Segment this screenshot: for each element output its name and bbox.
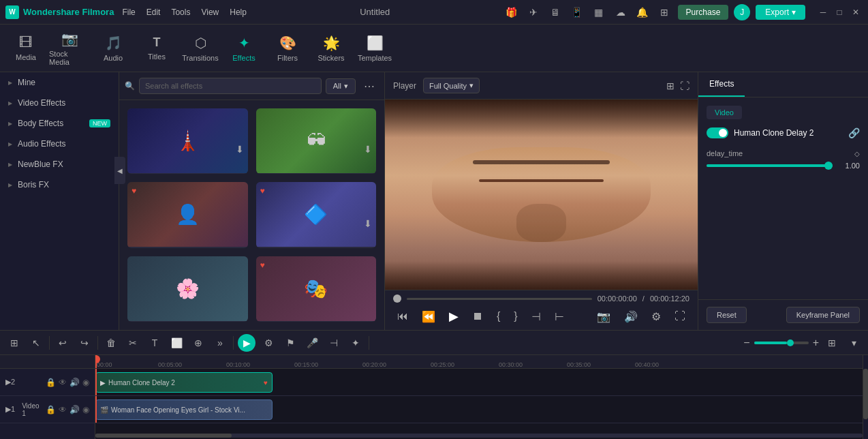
toolbar-templates[interactable]: ⬜ Templates [354, 28, 395, 69]
rect-button[interactable]: ⬜ [168, 334, 185, 352]
apps-icon[interactable]: ⊞ [656, 4, 672, 20]
toolbar-stock-media[interactable]: 📷 Stock Media [49, 28, 90, 69]
mobile-icon[interactable]: 📱 [569, 4, 585, 20]
slider-thumb[interactable] [824, 162, 833, 170]
more-options-button[interactable]: ⋯ [360, 78, 379, 94]
user-avatar[interactable]: J [734, 4, 750, 20]
track-2-eye-icon[interactable]: 👁 [59, 378, 67, 387]
quality-select[interactable]: Full Quality ▾ [423, 78, 480, 93]
step-back-button[interactable]: ⏪ [418, 308, 439, 325]
ai-button[interactable]: ✦ [347, 334, 365, 352]
horizontal-scrollbar[interactable] [95, 434, 863, 438]
link-icon[interactable]: 🔗 [848, 127, 860, 138]
split-button[interactable]: ⊣ [325, 334, 343, 352]
redo-button[interactable]: ↪ [76, 334, 93, 352]
mark-in-button[interactable]: ⊣ [527, 308, 545, 325]
out-point-button[interactable]: } [510, 308, 521, 324]
select-tool[interactable]: ↖ [27, 334, 45, 352]
cloud-icon[interactable]: ☁ [613, 4, 629, 20]
effect-card-round-close[interactable]: 🗼 ⬇ Round Close [127, 108, 248, 174]
export-frame-button[interactable]: 📷 [593, 308, 615, 325]
play-cursor-button[interactable]: ▶ [238, 334, 255, 352]
menu-help[interactable]: Help [230, 7, 247, 17]
purchase-button[interactable]: Purchase [678, 5, 729, 20]
track-2-visible-icon[interactable]: ◉ [82, 378, 89, 387]
timeline-track[interactable] [407, 298, 592, 300]
close-button[interactable]: ✕ [849, 5, 863, 19]
volume-button[interactable]: 🔊 [620, 308, 642, 325]
bell-icon[interactable]: 🔔 [634, 4, 651, 20]
effect-card-partial2[interactable]: 🎭 ♥ [256, 256, 377, 322]
delete-button[interactable]: 🗑 [102, 334, 120, 352]
panel-item-newblue-fx[interactable]: ▶ NewBlue FX [0, 154, 119, 175]
video-clip-face[interactable]: 🎬 Woman Face Opening Eyes Girl - Stock V… [95, 399, 273, 420]
zoom-thumb[interactable] [787, 339, 794, 346]
crop-button[interactable]: ⊕ [189, 334, 207, 352]
toolbar-audio[interactable]: 🎵 Audio [93, 28, 134, 69]
mark-out-button[interactable]: ⊢ [551, 308, 568, 325]
effect-card-partial1[interactable]: 🌸 [127, 256, 248, 322]
zoom-out-button[interactable]: − [743, 337, 749, 349]
maximize-button[interactable]: □ [833, 5, 846, 19]
undo-button[interactable]: ↩ [54, 334, 72, 352]
toolbar-media[interactable]: 🎞 Media [5, 28, 46, 69]
flag-button[interactable]: ⚑ [281, 334, 299, 352]
download-icon-3[interactable]: ⬇ [364, 218, 372, 229]
mic-button[interactable]: 🎤 [303, 334, 321, 352]
effect-toggle[interactable] [707, 127, 728, 138]
track-1-eye-icon[interactable]: 👁 [59, 405, 67, 414]
right-tab-effects[interactable]: Effects [698, 72, 745, 97]
settings-button[interactable]: ⚙ [647, 308, 665, 325]
toolbar-stickers[interactable]: 🌟 Stickers [311, 28, 352, 69]
fullscreen-ctrl-button[interactable]: ⛶ [670, 308, 689, 324]
add-track-button[interactable]: ⊞ [5, 334, 23, 352]
filter-all-button[interactable]: All ▾ [326, 78, 356, 94]
gift-icon[interactable]: 🎁 [503, 4, 520, 20]
toolbar-filters[interactable]: 🎨 Filters [267, 28, 308, 69]
download-icon-2[interactable]: ⬇ [364, 144, 372, 155]
play-button[interactable]: ▶ [445, 307, 463, 326]
keyframe-panel-button[interactable]: Keyframe Panel [786, 307, 860, 323]
zoom-track[interactable] [754, 342, 809, 344]
vertical-scrollbar[interactable] [863, 355, 868, 439]
panel-item-boris-fx[interactable]: ▶ Boris FX [0, 175, 119, 195]
v-scrollbar-thumb[interactable] [863, 369, 868, 419]
panel-item-video-effects[interactable]: ▶ Video Effects [0, 93, 119, 113]
track-1-visible-icon[interactable]: ◉ [82, 405, 89, 414]
menu-view[interactable]: View [201, 7, 219, 17]
panel-item-audio-effects[interactable]: ▶ Audio Effects [0, 134, 119, 154]
prev-frame-button[interactable]: ⏮ [393, 308, 412, 324]
keyframe-diamond-icon[interactable]: ◇ [854, 150, 860, 157]
download-icon[interactable]: ⬇ [236, 144, 244, 155]
menu-file[interactable]: File [122, 7, 135, 17]
right-sub-tab-video[interactable]: Video [707, 106, 742, 119]
track-1-lock-icon[interactable]: 🔒 [46, 405, 56, 414]
track-2-audio-icon[interactable]: 🔊 [69, 378, 80, 387]
track-2-lock-icon[interactable]: 🔒 [46, 378, 56, 387]
panel-item-body-effects[interactable]: ▶ Body Effects NEW [0, 113, 119, 134]
effect-card-human-clone[interactable]: 👤 ♥ Human Clone Delay 2 [127, 182, 248, 247]
toolbar-effects[interactable]: ✦ Effects [223, 28, 264, 69]
screen-icon[interactable]: 🖥 [547, 4, 563, 20]
toolbar-transitions[interactable]: ⬡ Transitions [180, 28, 221, 69]
effect-card-sunglasses[interactable]: 🕶 ⬇ Sunglasses [256, 108, 377, 174]
reset-button[interactable]: Reset [707, 307, 747, 323]
cut-button[interactable]: ✂ [124, 334, 142, 352]
toolbar-titles[interactable]: T Titles [136, 28, 177, 69]
layout-button[interactable]: ⊞ [823, 334, 841, 352]
menu-edit[interactable]: Edit [146, 7, 161, 17]
zoom-in-button[interactable]: + [813, 337, 819, 349]
panel-collapse-button[interactable]: ◀ [114, 157, 119, 184]
minimize-button[interactable]: ─ [816, 5, 830, 19]
delay-time-slider[interactable] [707, 164, 833, 167]
menu-tools[interactable]: Tools [171, 7, 190, 17]
layout-options-button[interactable]: ▾ [845, 334, 863, 352]
stop-button[interactable]: ⏹ [468, 308, 487, 324]
gear-tool-button[interactable]: ⚙ [260, 334, 277, 352]
in-point-button[interactable]: { [493, 308, 504, 324]
effect-clip-human-clone[interactable]: ▶ Human Clone Delay 2 ♥ [95, 372, 273, 393]
more-tools-button[interactable]: » [211, 334, 229, 352]
scrollbar-thumb[interactable] [95, 434, 232, 438]
grid-icon[interactable]: ▦ [591, 4, 607, 20]
fullscreen-icon[interactable]: ⛶ [680, 80, 689, 91]
